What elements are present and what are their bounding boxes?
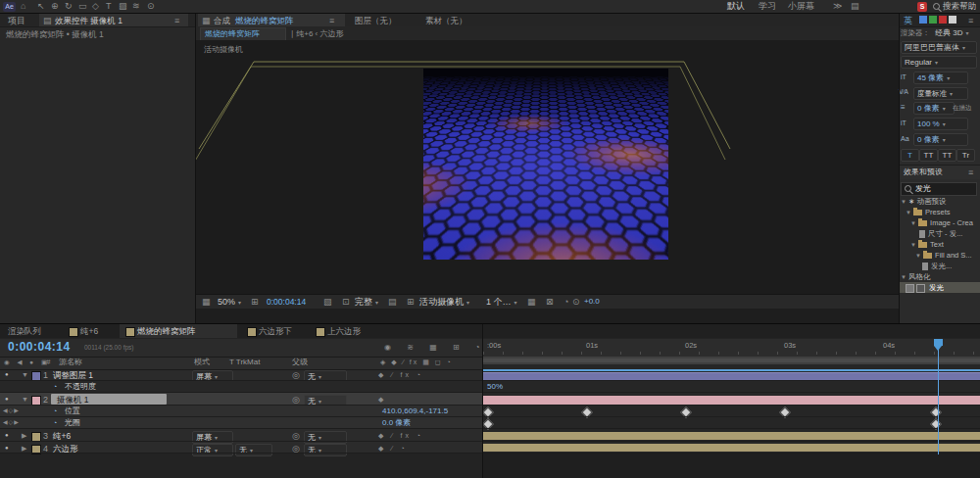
- position-property-name[interactable]: 位置: [65, 407, 80, 415]
- tree-item-glow-effect[interactable]: 发光: [906, 284, 944, 293]
- panel-menu-icon[interactable]: ≡: [174, 17, 179, 25]
- faux-bold-button[interactable]: T: [901, 149, 919, 162]
- expander-icon[interactable]: ▼: [901, 274, 906, 280]
- tab-render-queue[interactable]: 渲染队列: [8, 327, 41, 336]
- library-icon-red[interactable]: [939, 16, 947, 24]
- aperture-value[interactable]: 0.0 像素: [382, 419, 411, 427]
- tree-item-size-glow-preset[interactable]: 尺寸 - 发...: [919, 230, 962, 238]
- workspace-menu-icon[interactable]: ▤: [851, 2, 859, 11]
- position-stopwatch-icon[interactable]: ◔: [53, 407, 57, 414]
- opacity-stopwatch-icon[interactable]: ◔: [53, 383, 57, 390]
- resolution-dropdown[interactable]: 完整: [355, 298, 378, 307]
- layer4-duration-bar[interactable]: [483, 444, 980, 452]
- composition-viewer[interactable]: 活动摄像机: [196, 40, 899, 294]
- expander-icon[interactable]: ▼: [910, 242, 916, 248]
- timeline-mini-buttons[interactable]: ◉ ≋ ▦ ⊞ ◔: [384, 344, 487, 352]
- faux-italic-button[interactable]: TT: [919, 149, 938, 162]
- tab-layer[interactable]: 图层（无）: [355, 17, 397, 25]
- position-kf-nav[interactable]: ◀◇▶: [3, 407, 20, 413]
- stroke-width-dropdown[interactable]: 0 像素: [913, 102, 955, 115]
- expander-icon[interactable]: ▼: [910, 220, 916, 226]
- puppet-tool-icon[interactable]: ⊙: [147, 2, 155, 11]
- layer4-expander[interactable]: ▶: [22, 445, 26, 452]
- selection-tool-icon[interactable]: ↖: [37, 2, 45, 11]
- library-icon-white[interactable]: [949, 16, 956, 24]
- layer3-pickwhip-icon[interactable]: ◎: [292, 432, 300, 441]
- col-trkmat[interactable]: T TrkMat: [229, 358, 260, 366]
- home-icon[interactable]: ⌂: [21, 2, 25, 11]
- expander-icon[interactable]: ▼: [915, 253, 921, 259]
- effects-panel-menu-icon[interactable]: ≡: [968, 168, 973, 177]
- camera-expander[interactable]: ▼: [22, 396, 28, 403]
- tree-item-fill-and-stroke[interactable]: ▼ Fill and S...: [915, 252, 972, 260]
- workspace-small-screen[interactable]: 小屏幕: [788, 2, 814, 11]
- composition-image[interactable]: [423, 69, 668, 260]
- layer1-switches[interactable]: ◆ ∕ fx ◔: [378, 371, 423, 378]
- font-family-dropdown[interactable]: 阿里巴巴普惠体: [901, 41, 977, 54]
- expander-icon[interactable]: ▼: [906, 210, 911, 215]
- stroke-style-label[interactable]: 在描边: [953, 105, 972, 112]
- current-timecode[interactable]: 0:00:04:14: [8, 341, 71, 353]
- layer1-expander[interactable]: ▼: [22, 371, 28, 378]
- tab-project[interactable]: 项目: [8, 17, 25, 25]
- camera-switches[interactable]: ◆: [378, 396, 383, 403]
- right-panel-menu-icon[interactable]: ≡: [968, 17, 973, 25]
- tab-hex-upper[interactable]: 上六边形: [327, 327, 361, 336]
- search-icon[interactable]: [933, 3, 940, 10]
- layer4-parent-dropdown[interactable]: 无: [304, 444, 347, 456]
- active-camera-dropdown[interactable]: 活动摄像机: [419, 298, 469, 307]
- layer1-name[interactable]: 调整图层 1: [53, 371, 93, 380]
- tab-hex-lower[interactable]: 六边形下: [259, 327, 292, 336]
- baseline-dropdown[interactable]: 0 像素: [913, 133, 968, 146]
- small-caps-button[interactable]: Tr: [956, 149, 975, 162]
- effects-search-input[interactable]: 发光: [915, 185, 931, 193]
- timeline-ruler[interactable]: [483, 339, 980, 358]
- breadcrumb-rest[interactable]: ∣ 纯+6 ‹ 六边形: [290, 30, 343, 38]
- right-panel-tab[interactable]: 英: [904, 17, 912, 25]
- tree-item-glow-preset[interactable]: 发光...: [922, 263, 952, 270]
- aperture-property-name[interactable]: 光圈: [65, 419, 80, 427]
- col-mode[interactable]: 模式: [194, 358, 210, 366]
- layer3-mode-dropdown[interactable]: 屏幕: [192, 431, 233, 444]
- kerning-dropdown[interactable]: 度量标准: [913, 87, 968, 100]
- comp-tab-menu-icon[interactable]: ≡: [329, 17, 334, 25]
- expander-icon[interactable]: ▼: [901, 199, 906, 205]
- layer3-duration-bar[interactable]: [483, 432, 980, 440]
- playhead-handle[interactable]: [934, 339, 943, 346]
- layer3-eye-icon[interactable]: ●: [5, 432, 9, 438]
- snapshot-icons[interactable]: ▧ ⊡: [323, 298, 354, 307]
- tree-item-animation-presets[interactable]: ▼ ∗ 动画预设: [901, 198, 946, 206]
- tree-item-stylize-category[interactable]: ▼ 风格化: [901, 273, 931, 281]
- col-source-name[interactable]: 源名称: [59, 358, 82, 366]
- zoom-tool-icon[interactable]: ⊕: [51, 2, 59, 11]
- workspace-learn[interactable]: 学习: [759, 2, 776, 11]
- tree-item-image-creative[interactable]: ▼ Image - Crea: [910, 219, 973, 227]
- view-layout-dropdown[interactable]: 1 个…: [486, 298, 517, 307]
- layer1-pickwhip-icon[interactable]: ◎: [292, 371, 300, 380]
- layer3-parent-dropdown[interactable]: 无: [304, 431, 347, 444]
- camera-name[interactable]: 摄像机 1: [57, 396, 89, 405]
- pixel-aspect-icons[interactable]: ▦ ⊠ ◔: [527, 298, 572, 307]
- library-icon-green[interactable]: [929, 16, 937, 24]
- tab-footage[interactable]: 素材（无）: [425, 17, 467, 25]
- workspace-default[interactable]: 默认: [727, 2, 745, 11]
- roto-tool-icon[interactable]: ≋: [132, 2, 140, 11]
- rotate-tool-icon[interactable]: ↻: [65, 2, 73, 11]
- tree-item-text[interactable]: ▼ Text: [910, 241, 944, 249]
- layer4-mode-dropdown[interactable]: 正常: [192, 444, 233, 456]
- aperture-kf-nav[interactable]: ◀◇▶: [3, 419, 20, 425]
- camera-duration-bar[interactable]: [483, 396, 980, 405]
- brush-tool-icon[interactable]: ▨: [119, 2, 127, 11]
- layer4-eye-icon[interactable]: ●: [5, 445, 9, 451]
- pen-tool-icon[interactable]: ◇: [92, 2, 99, 11]
- layer3-expander[interactable]: ▶: [22, 432, 26, 439]
- opacity-property-name[interactable]: 不透明度: [65, 383, 96, 391]
- list-track-divider[interactable]: [482, 324, 483, 478]
- search-help-label[interactable]: 搜索帮助: [943, 2, 976, 11]
- exposure-value[interactable]: +0.0: [584, 298, 600, 306]
- playhead-line[interactable]: [938, 339, 939, 454]
- col-parent[interactable]: 父级: [292, 358, 308, 366]
- aperture-stopwatch-icon[interactable]: ◔: [53, 419, 57, 426]
- camera-pickwhip-icon[interactable]: ◎: [292, 396, 300, 405]
- stock-badge[interactable]: S: [917, 2, 927, 12]
